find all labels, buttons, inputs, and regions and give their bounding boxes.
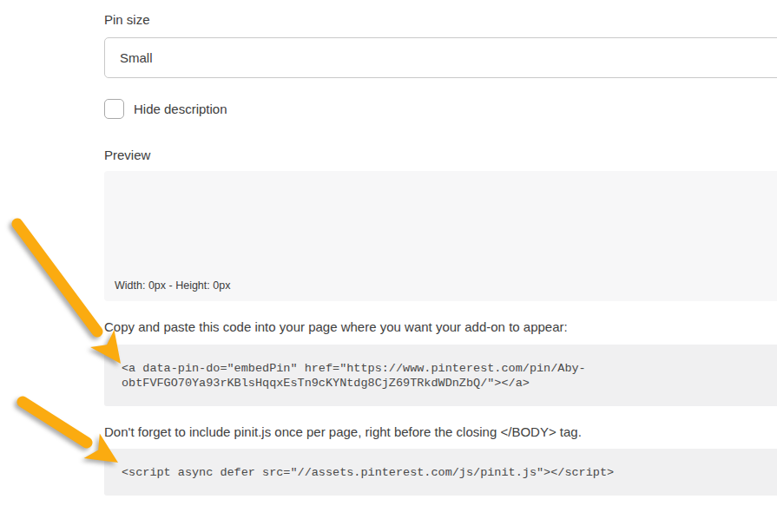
hide-description-checkbox[interactable] xyxy=(104,99,124,119)
pin-size-label: Pin size xyxy=(104,12,150,27)
pinit-code-block[interactable]: <script async defer src="//assets.pinter… xyxy=(104,449,777,496)
hide-description-label[interactable]: Hide description xyxy=(134,102,227,116)
pin-size-select[interactable]: Small xyxy=(104,37,777,78)
pin-widget-builder-panel: Pin size Small Hide description Preview … xyxy=(0,0,777,532)
preview-area: Width: 0px - Height: 0px xyxy=(104,171,777,301)
preview-dimensions-text: Width: 0px - Height: 0px xyxy=(115,279,230,292)
pinit-code-line: <script async defer src="//assets.pinter… xyxy=(122,465,773,480)
hide-description-row: Hide description xyxy=(104,99,227,119)
embed-code-line-2: obtFVFGO70Ya93rKBlsHqqxEsTn9cKYNtdg8CjZ6… xyxy=(122,376,773,391)
embed-code-line-1: <a data-pin-do="embedPin" href="https://… xyxy=(122,361,773,376)
embed-code-block[interactable]: <a data-pin-do="embedPin" href="https://… xyxy=(104,345,777,406)
preview-label: Preview xyxy=(104,148,150,162)
copy-code-instruction: Copy and paste this code into your page … xyxy=(104,319,568,334)
pinit-instruction: Don't forget to include pinit.js once pe… xyxy=(104,424,582,439)
